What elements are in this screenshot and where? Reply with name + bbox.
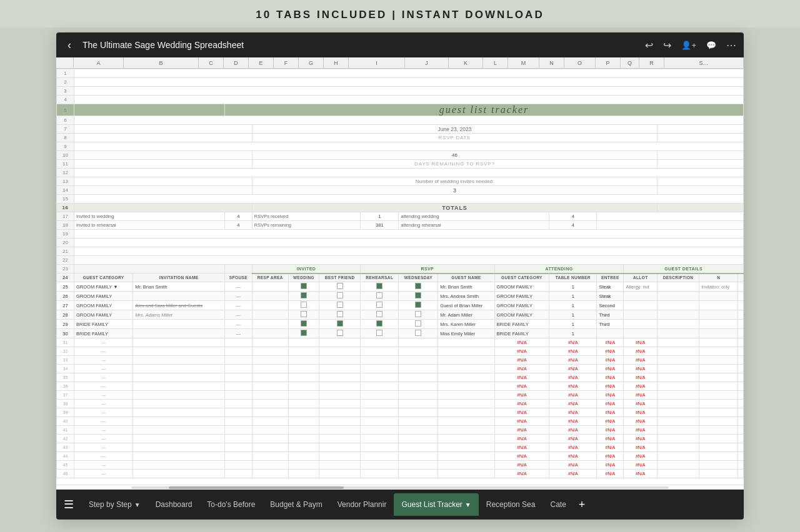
col-desc-header: DESCRIPTION bbox=[658, 273, 699, 282]
wed-29 bbox=[288, 320, 319, 329]
tab-budget[interactable]: Budget & Paym bbox=[262, 493, 329, 516]
allot-27 bbox=[624, 301, 658, 310]
spouse-26: — bbox=[224, 292, 252, 301]
col-b: B bbox=[124, 57, 199, 68]
reh-27 bbox=[361, 301, 399, 310]
invites-needed-value-row: 14 3 bbox=[57, 186, 744, 195]
invites-needed-value: 3 bbox=[252, 186, 657, 195]
col-k: K bbox=[449, 57, 483, 68]
col-r: R bbox=[639, 57, 664, 68]
resp-29 bbox=[252, 320, 288, 329]
invited-group-label: INVITED bbox=[252, 265, 360, 273]
page-banner: 10 TABS INCLUDED | INSTANT DOWNLOAD bbox=[0, 0, 800, 27]
guest-cat-27: GROOM FAMILY bbox=[74, 301, 133, 310]
spreadsheet-container: ‹ The Ultimate Sage Wedding Spreadsheet … bbox=[56, 32, 744, 520]
rsvp-date-value: June 23, 2023 bbox=[252, 125, 657, 134]
totals-label: TOTALS bbox=[252, 204, 657, 212]
spreadsheet-title: The Ultimate Sage Wedding Spreadsheet bbox=[80, 40, 640, 50]
allot-29 bbox=[624, 320, 658, 329]
col-entree-header: ENTREE bbox=[597, 273, 624, 282]
tab-step-by-step-dropdown: ▼ bbox=[134, 501, 141, 508]
tab-menu-icon[interactable]: ☰ bbox=[61, 498, 81, 511]
n-29 bbox=[699, 320, 738, 329]
col-rest: S… bbox=[664, 57, 744, 68]
more-icon[interactable]: ⋯ bbox=[726, 39, 736, 51]
tab-guest-list-dropdown[interactable]: ▼ bbox=[465, 501, 471, 508]
tab-budget-label: Budget & Paym bbox=[270, 500, 322, 509]
guest-name-25: Mr. Brian Smith bbox=[438, 282, 494, 292]
bf-25 bbox=[319, 282, 361, 292]
wed-26 bbox=[288, 292, 319, 301]
resp-25 bbox=[252, 282, 288, 292]
desc-28 bbox=[658, 310, 699, 320]
wed-27 bbox=[288, 301, 319, 310]
col-inv-name-header: INVITATION NAME bbox=[133, 273, 225, 282]
tab-vendor-label: Vendor Plannir bbox=[338, 500, 387, 509]
tab-vendor[interactable]: Vendor Plannir bbox=[330, 493, 394, 516]
wed2-30 bbox=[399, 329, 438, 338]
guest-cat-25: GROOM FAMILY ▼ bbox=[74, 282, 133, 292]
n-26 bbox=[699, 292, 738, 301]
col-wedding-header: WEDDING bbox=[288, 273, 319, 282]
table-row: 28 GROOM FAMILY Mrs. Adams Miller — Mr. … bbox=[57, 310, 744, 320]
scroll-thumb[interactable] bbox=[169, 486, 344, 489]
entree-29: Third bbox=[597, 320, 624, 329]
bf-29 bbox=[319, 320, 361, 329]
col-a: A bbox=[74, 57, 124, 68]
inv-name-25: Mr. Brian Smith bbox=[133, 282, 225, 292]
tab-todos[interactable]: To-do's Before bbox=[199, 493, 262, 516]
add-tab-button[interactable]: + bbox=[574, 498, 591, 511]
wed2-25 bbox=[399, 282, 438, 292]
inv-name-26 bbox=[133, 292, 225, 301]
table-row: 35—#N/A#N/A#N/A#N/A bbox=[57, 373, 744, 382]
horizontal-scrollbar[interactable] bbox=[56, 485, 744, 490]
total-attending-rehearsal-val: 4 bbox=[549, 221, 597, 230]
resp-30 bbox=[252, 329, 288, 338]
guest-cat2-29: BRIDE FAMILY bbox=[494, 320, 549, 329]
table-25: 1 bbox=[549, 282, 597, 292]
col-q: Q bbox=[621, 57, 639, 68]
tab-guest-list[interactable]: Guest List Tracker ▼ bbox=[394, 493, 478, 516]
spouse-30: — bbox=[224, 329, 252, 338]
desc-26 bbox=[658, 292, 699, 301]
table-row: 30 BRIDE FAMILY — Miss Emily Miller BRID… bbox=[57, 329, 744, 338]
n-28 bbox=[699, 310, 738, 320]
col-g: G bbox=[299, 57, 324, 68]
sheet-body: A B C D E F G H I J K L M N O P Q R S… 1 bbox=[56, 57, 744, 490]
wed-30 bbox=[288, 329, 319, 338]
reh-30 bbox=[361, 329, 399, 338]
table-row: 29 BRIDE FAMILY — Mrs. Karen Miller BRID… bbox=[57, 320, 744, 329]
tab-step-by-step[interactable]: Step by Step ▼ bbox=[81, 493, 148, 516]
redo-icon[interactable]: ↪ bbox=[663, 39, 671, 51]
total-invited-wedding-label: Invited to wedding bbox=[74, 212, 225, 221]
col-spouse-header: SPOUSE bbox=[224, 273, 252, 282]
n-30 bbox=[699, 329, 738, 338]
total-rsvps-remaining-label: RSVPs remaining bbox=[252, 221, 360, 230]
title-band-row: 5 guest list tracker bbox=[57, 104, 744, 116]
rsvp-date-label: RSVP DATE bbox=[252, 134, 657, 142]
tab-dashboard[interactable]: Dashboard bbox=[148, 493, 200, 516]
tab-reception-sea-label: Reception Sea bbox=[486, 500, 536, 509]
guest-cat2-27: GROOM FAMILY bbox=[494, 301, 549, 310]
table-row: 15 bbox=[57, 195, 744, 204]
add-user-icon[interactable]: 👤+ bbox=[681, 41, 696, 50]
table-row: 46—#N/A#N/A#N/A#N/A bbox=[57, 470, 744, 478]
table-row: 41—#N/A#N/A#N/A#N/A bbox=[57, 426, 744, 435]
undo-icon[interactable]: ↩ bbox=[645, 39, 653, 51]
totals-data-row-2: 18 Invited to rehearsal 4 RSVPs remainin… bbox=[57, 221, 744, 230]
total-rsvps-received-val: 1 bbox=[361, 212, 399, 221]
tab-bar: ☰ Step by Step ▼ Dashboard To-do's Befor… bbox=[56, 490, 744, 520]
back-button[interactable]: ‹ bbox=[64, 37, 75, 53]
col-f: F bbox=[274, 57, 299, 68]
col-n-header: N bbox=[699, 273, 738, 282]
rsvp-date-row: 7 June 23, 2023 bbox=[57, 125, 744, 134]
tab-reception-sea[interactable]: Reception Sea bbox=[479, 493, 543, 516]
wed2-27 bbox=[399, 301, 438, 310]
comment-icon[interactable]: 💬 bbox=[706, 41, 716, 50]
table-26: 1 bbox=[549, 292, 597, 301]
guest-cat2-26: GROOM FAMILY bbox=[494, 292, 549, 301]
col-h: H bbox=[324, 57, 349, 68]
tab-cate[interactable]: Cate bbox=[542, 493, 573, 516]
bf-27 bbox=[319, 301, 361, 310]
guest-name-29: Mrs. Karen Miller bbox=[438, 320, 494, 329]
